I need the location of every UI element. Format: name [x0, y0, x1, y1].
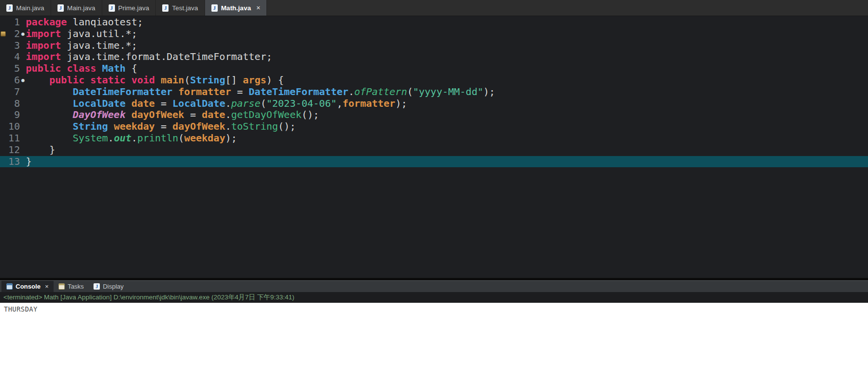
line-number: 3	[7, 40, 20, 52]
fold-marker-icon[interactable]: ●	[20, 75, 26, 86]
token	[26, 98, 73, 109]
console-tab-display[interactable]: JDisplay	[89, 281, 129, 292]
java-file-icon: J	[57, 4, 64, 12]
console-output[interactable]: THURSDAY	[0, 303, 868, 392]
token: weekday	[184, 132, 225, 144]
code-text: public static void main(String[] args) {	[26, 75, 284, 86]
fold-marker-icon[interactable]: ●	[20, 28, 26, 40]
java-file-icon: J	[6, 4, 13, 12]
token: .	[225, 109, 231, 120]
editor-tab-1-main-java[interactable]: JMain.java	[51, 0, 102, 16]
token: []	[225, 74, 243, 86]
code-text: import java.time.format.DateTimeFormatte…	[26, 51, 272, 63]
token: java.util.*;	[61, 28, 137, 39]
token	[26, 109, 73, 120]
token: =	[155, 98, 172, 109]
console-tab-tasks[interactable]: Tasks	[54, 281, 89, 292]
token: import	[26, 51, 61, 62]
line-number: 8	[7, 98, 20, 110]
java-file-icon: J	[162, 4, 169, 12]
token: );	[483, 86, 495, 98]
token: ) {	[266, 74, 284, 86]
line-number: 13	[7, 156, 20, 168]
editor-tab-3-test-java[interactable]: JTest.java	[156, 0, 205, 16]
display-icon: J	[94, 283, 100, 290]
code-text: DateTimeFormatter formatter = DateTimeFo…	[26, 86, 495, 98]
token: date	[202, 109, 225, 120]
console-tab-label: Console	[16, 283, 40, 290]
token: java.time.format.DateTimeFormatter;	[61, 51, 272, 62]
code-text: import java.util.*;	[26, 28, 137, 40]
code-line-1[interactable]: 1package lanqiaotest;	[0, 17, 868, 28]
code-area[interactable]: 1package lanqiaotest;2●import java.util.…	[0, 16, 868, 278]
code-line-6[interactable]: 6● public static void main(String[] args…	[0, 75, 868, 86]
token: System	[73, 132, 108, 144]
gutter-margin	[0, 75, 7, 86]
fold-spacer	[20, 121, 26, 133]
console-icon	[6, 283, 13, 290]
token: "2023-04-06"	[266, 98, 337, 109]
line-number: 7	[7, 86, 20, 98]
code-line-10[interactable]: 10 String weekday = dayOfWeek.toString()…	[0, 121, 868, 133]
code-line-2[interactable]: 2●import java.util.*;	[0, 28, 868, 40]
java-file-icon: J	[109, 4, 115, 12]
code-line-9[interactable]: 9 DayOfWeek dayOfWeek = date.getDayOfWee…	[0, 109, 868, 121]
editor-tab-2-prime-java[interactable]: JPrime.java	[102, 0, 156, 16]
gutter-margin	[0, 98, 7, 110]
console-tab-close-icon[interactable]: ×	[45, 283, 49, 290]
token: DateTimeFormatter	[249, 86, 349, 98]
code-line-12[interactable]: 12 }	[0, 144, 868, 156]
fold-spacer	[20, 144, 26, 156]
fold-spacer	[20, 17, 26, 28]
token: toString	[231, 120, 278, 132]
token: =	[184, 109, 202, 120]
token	[96, 62, 102, 74]
editor-tab-label: Main.java	[16, 4, 44, 12]
token: =	[231, 86, 248, 98]
token	[155, 74, 161, 86]
code-text: package lanqiaotest;	[26, 17, 143, 28]
token: LocalDate	[73, 98, 125, 109]
gutter-margin	[0, 40, 7, 52]
editor-tab-label: Prime.java	[118, 4, 150, 12]
token: (	[184, 74, 190, 86]
tasks-icon	[58, 283, 65, 290]
code-line-7[interactable]: 7 DateTimeFormatter formatter = DateTime…	[0, 86, 868, 98]
code-line-3[interactable]: 3import java.time.*;	[0, 40, 868, 52]
token: ofPattern	[354, 86, 407, 98]
token: import	[26, 39, 61, 51]
token: public	[26, 62, 61, 74]
token: weekday	[114, 120, 155, 132]
fold-spacer	[20, 40, 26, 52]
line-number: 4	[7, 51, 20, 63]
tab-close-icon[interactable]: ×	[256, 4, 260, 12]
code-line-11[interactable]: 11 System.out.println(weekday);	[0, 133, 868, 144]
code-line-4[interactable]: 4import java.time.format.DateTimeFormatt…	[0, 51, 868, 63]
gutter-marker-icon	[0, 31, 6, 37]
java-file-icon: J	[211, 4, 218, 12]
token: class	[67, 62, 96, 74]
token: date	[132, 98, 155, 109]
gutter-margin	[0, 156, 7, 168]
code-line-13[interactable]: 13}	[0, 156, 868, 168]
editor-tab-4-math-java[interactable]: JMath.java×	[205, 0, 267, 16]
token: formatter	[342, 98, 395, 109]
token: Math	[102, 62, 126, 74]
console-tab-console[interactable]: Console×	[1, 281, 54, 292]
token: );	[396, 98, 407, 109]
line-number: 2	[7, 28, 20, 40]
code-line-8[interactable]: 8 LocalDate date = LocalDate.parse("2023…	[0, 98, 868, 110]
code-line-5[interactable]: 5public class Math {	[0, 63, 868, 75]
gutter-margin	[0, 121, 7, 133]
token: println	[137, 132, 178, 144]
token: String	[73, 120, 108, 132]
token: import	[26, 28, 61, 39]
token	[26, 74, 49, 86]
token: ,	[337, 98, 342, 109]
token: LocalDate	[172, 98, 225, 109]
token: (	[178, 132, 184, 144]
gutter-margin	[0, 144, 7, 156]
token: String	[190, 74, 225, 86]
console-tab-label: Tasks	[68, 283, 84, 290]
editor-tab-0-main-java[interactable]: JMain.java	[0, 0, 51, 16]
